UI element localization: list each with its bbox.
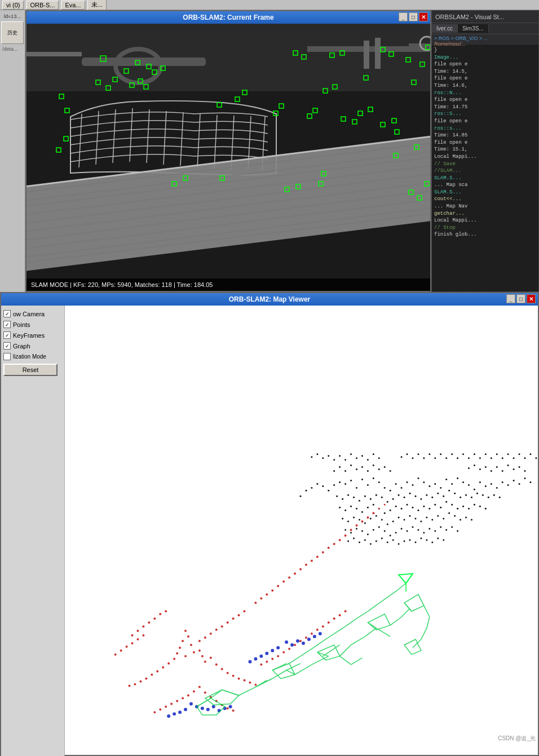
svg-point-158 <box>451 504 453 506</box>
svg-point-97 <box>474 489 475 490</box>
camera-checkbox[interactable] <box>3 310 11 317</box>
svg-point-210 <box>347 540 349 542</box>
vs-tab-1[interactable]: Iver.cc <box>432 24 458 33</box>
svg-point-209 <box>457 530 458 532</box>
svg-point-125 <box>431 497 433 498</box>
localization-checkbox[interactable] <box>3 353 11 360</box>
svg-point-175 <box>398 517 400 519</box>
svg-point-404 <box>259 655 263 658</box>
svg-point-278 <box>485 453 487 455</box>
svg-point-411 <box>178 710 182 714</box>
close-btn[interactable]: ✕ <box>419 12 428 21</box>
svg-point-183 <box>443 518 444 520</box>
svg-point-266 <box>417 453 419 455</box>
svg-point-279 <box>491 457 492 459</box>
svg-point-198 <box>395 532 397 533</box>
svg-point-262 <box>378 457 380 459</box>
svg-point-228 <box>468 467 470 469</box>
svg-point-402 <box>313 635 316 638</box>
svg-point-333 <box>159 613 161 615</box>
svg-point-121 <box>409 493 411 494</box>
svg-point-291 <box>190 644 192 646</box>
svg-point-380 <box>193 691 195 693</box>
points-checkbox[interactable] <box>3 321 11 328</box>
taskbar-btn-orb[interactable]: ORB-S... <box>26 1 59 10</box>
taskbar-btn-eva[interactable]: Eva... <box>61 1 85 10</box>
svg-point-101 <box>496 487 498 489</box>
svg-point-191 <box>356 528 357 530</box>
svg-point-82 <box>390 490 391 492</box>
svg-point-359 <box>232 617 235 620</box>
svg-point-412 <box>206 708 210 711</box>
svg-point-398 <box>307 638 311 641</box>
svg-point-392 <box>227 707 229 709</box>
taskbar-btn-vi[interactable]: vi (0) <box>2 1 24 10</box>
svg-point-220 <box>404 540 405 542</box>
map-canvas[interactable]: CSDN @追_光 <box>65 306 538 755</box>
svg-point-312 <box>244 679 246 682</box>
frame-status-text: SLAM MODE | KFs: 220, MPs: 5940, Matches… <box>31 281 213 288</box>
svg-point-114 <box>370 498 372 500</box>
graph-checkbox[interactable] <box>3 342 11 350</box>
history-button[interactable]: 历史 <box>1 21 24 44</box>
svg-point-351 <box>316 556 319 558</box>
svg-point-177 <box>409 515 411 517</box>
taskbar-btn-other[interactable]: 未... <box>87 0 107 10</box>
svg-point-189 <box>344 529 346 531</box>
svg-point-304 <box>221 668 223 670</box>
svg-point-370 <box>114 653 117 656</box>
svg-point-88 <box>423 481 425 483</box>
map-sidebar: ow Camera Points KeyFrames Graph lizatio… <box>1 306 65 756</box>
keyframes-checkbox[interactable] <box>3 331 11 339</box>
svg-point-229 <box>474 465 475 466</box>
scene-svg <box>26 24 430 281</box>
svg-point-416 <box>167 714 170 718</box>
svg-point-269 <box>434 457 436 459</box>
svg-point-142 <box>361 511 363 513</box>
svg-point-298 <box>173 658 175 660</box>
svg-point-159 <box>457 508 458 510</box>
maximize-btn[interactable]: □ <box>409 12 418 21</box>
svg-point-89 <box>428 485 430 487</box>
minimize-btn[interactable]: _ <box>399 12 408 21</box>
svg-point-80 <box>300 496 302 497</box>
svg-point-332 <box>344 610 347 612</box>
vs-tab-2[interactable]: Sim3S... <box>458 24 489 33</box>
svg-point-367 <box>131 642 134 644</box>
localization-label: lization Mode <box>13 353 46 360</box>
svg-point-234 <box>502 470 503 472</box>
svg-point-369 <box>120 649 122 652</box>
map-viewer-window: ORB-SLAM2: Map Viewer _ □ ✕ ow Camera Po… <box>0 292 539 756</box>
checkbox-graph: Graph <box>3 342 62 350</box>
svg-point-256 <box>344 459 346 461</box>
svg-point-106 <box>524 478 526 479</box>
checkbox-keyframes: KeyFrames <box>3 331 62 339</box>
svg-point-302 <box>215 664 218 666</box>
svg-point-148 <box>395 506 397 507</box>
svg-point-325 <box>305 636 307 639</box>
checkbox-points: Points <box>3 321 62 328</box>
map-close-btn[interactable]: ✕ <box>527 294 536 303</box>
svg-point-150 <box>407 504 408 506</box>
camera-scene <box>26 24 430 281</box>
svg-point-413 <box>212 705 215 708</box>
map-minimize-btn[interactable]: _ <box>506 294 515 303</box>
map-maximize-btn[interactable]: □ <box>516 294 525 303</box>
svg-point-341 <box>260 597 262 599</box>
svg-point-235 <box>507 465 509 466</box>
svg-point-105 <box>519 483 520 485</box>
svg-point-264 <box>407 453 408 455</box>
svg-point-163 <box>479 506 481 507</box>
svg-point-237 <box>519 466 520 468</box>
svg-point-112 <box>359 500 360 502</box>
svg-point-78 <box>311 487 312 489</box>
svg-point-204 <box>428 528 430 530</box>
svg-point-286 <box>529 453 531 455</box>
svg-point-389 <box>165 705 167 708</box>
svg-point-317 <box>260 664 262 666</box>
svg-rect-7 <box>375 38 381 69</box>
svg-point-208 <box>451 527 453 528</box>
svg-point-68 <box>344 483 346 485</box>
svg-point-272 <box>451 453 453 455</box>
reset-button[interactable]: Reset <box>3 364 58 376</box>
